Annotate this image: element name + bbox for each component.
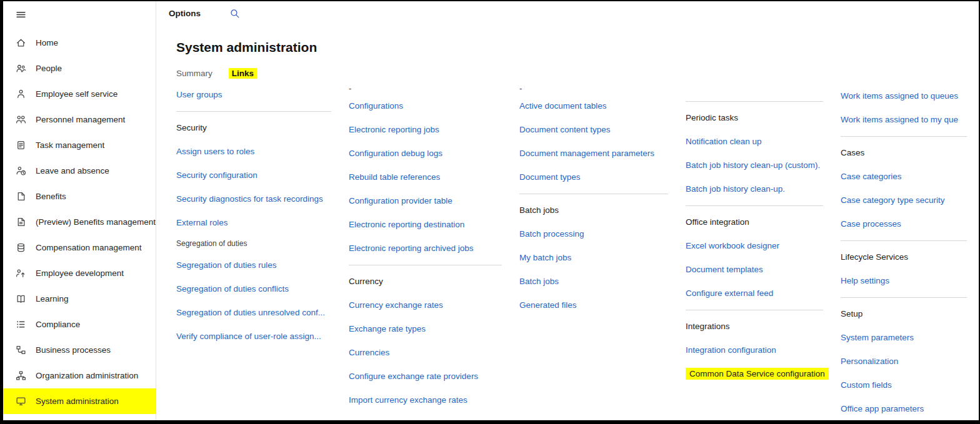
sidebar-item-label: Employee development — [36, 269, 124, 278]
link-segregation-of-duties-rules[interactable]: Segregation of duties rules — [176, 260, 277, 270]
link-electronic-reporting-jobs[interactable]: Electronic reporting jobs — [349, 125, 439, 134]
sidebar-item-label: Task management — [36, 141, 104, 150]
link-document-management-parameters[interactable]: Document management parameters — [519, 149, 654, 158]
sidebar-item-label: Personnel management — [36, 115, 125, 124]
link-row: Segregation of duties unresolved conf... — [176, 300, 349, 324]
sidebar-item-label: Organization administration — [36, 371, 138, 380]
divider — [686, 205, 823, 206]
section-header-batch-jobs: Batch jobs — [519, 198, 686, 222]
link-row: Case categories — [841, 164, 979, 188]
section-header-currency: Currency — [349, 269, 519, 293]
link-verify-compliance-of-user-role-assign[interactable]: Verify compliance of user-role assign... — [176, 332, 321, 341]
link-custom-fields[interactable]: Custom fields — [841, 380, 892, 390]
task-management-icon — [16, 140, 26, 150]
section-header-setup: Setup — [841, 302, 979, 325]
link-work-items-assigned-to-queues[interactable]: Work items assigned to queues — [841, 91, 958, 101]
sidebar-item-home[interactable]: Home — [3, 30, 156, 56]
main-panel: System administration SummaryLinks User … — [156, 25, 979, 420]
sidebar-item-employee-development[interactable]: Employee development — [3, 260, 156, 286]
divider — [841, 240, 967, 241]
compliance-icon — [16, 319, 26, 330]
sidebar-item-task-management[interactable]: Task management — [3, 132, 156, 158]
link-configure-exchange-rate-providers[interactable]: Configure exchange rate providers — [349, 372, 478, 381]
link-configure-external-feed[interactable]: Configure external feed — [686, 288, 773, 298]
sidebar-item-label: System administration — [36, 397, 119, 406]
sidebar-item-people[interactable]: People — [3, 56, 156, 81]
tab-summary[interactable]: Summary — [176, 69, 212, 78]
link-help-settings[interactable]: Help settings — [841, 276, 889, 285]
link-generated-files[interactable]: Generated files — [519, 300, 577, 310]
link-configuration-provider-table[interactable]: Configuration provider table — [349, 196, 452, 205]
link-row: Segregation of duties rules — [176, 253, 349, 277]
link-notification-clean-up[interactable]: Notification clean up — [686, 137, 762, 146]
options-button[interactable]: Options — [169, 9, 201, 18]
link-excel-workbook-designer[interactable]: Excel workbook designer — [686, 241, 779, 250]
link-row: Help settings — [841, 269, 979, 292]
sidebar-item-benefits[interactable]: Benefits — [3, 184, 156, 209]
sidebar-item-system-administration[interactable]: System administration — [3, 388, 156, 414]
link-office-app-parameters[interactable]: Office app parameters — [841, 404, 924, 413]
divider — [841, 136, 967, 137]
sidebar-item-business-processes[interactable]: Business processes — [3, 337, 156, 363]
link-electronic-reporting-destination[interactable]: Electronic reporting destination — [349, 220, 464, 229]
sidebar-item-compensation-management[interactable]: Compensation management — [3, 235, 156, 260]
sidebar-item-compliance[interactable]: Compliance — [3, 312, 156, 337]
sidebar-item-label: People — [36, 64, 62, 73]
link-electronic-reporting-archived-jobs[interactable]: Electronic reporting archived jobs — [349, 244, 474, 253]
sidebar-item-employee-self-service[interactable]: Employee self service — [3, 81, 156, 107]
sidebar-item-label: (Preview) Benefits management — [36, 217, 156, 227]
link-exchange-rate-types[interactable]: Exchange rate types — [349, 324, 426, 333]
link-common-data-service-configuration[interactable]: Common Data Service configuration — [686, 368, 829, 380]
link-row: Case processes — [841, 212, 979, 235]
link-document-templates[interactable]: Document templates — [686, 265, 763, 274]
divider — [686, 101, 823, 102]
link-external-roles[interactable]: External roles — [176, 218, 228, 227]
sidebar-item-leave-and-absence[interactable]: Leave and absence — [3, 158, 156, 184]
link-configurations[interactable]: Configurations — [349, 101, 403, 111]
link-security-diagnostics-for-task-recordings[interactable]: Security diagnostics for task recordings — [176, 194, 323, 204]
sidebar-item-preview-benefits-management[interactable]: (Preview) Benefits management — [3, 209, 156, 235]
link-row: Electronic reporting archived jobs — [349, 236, 519, 260]
link-case-categories[interactable]: Case categories — [841, 172, 902, 181]
link-case-category-type-security[interactable]: Case category type security — [841, 195, 945, 205]
sidebar-item-personnel-management[interactable]: Personnel management — [3, 107, 156, 132]
link-batch-job-history-clean-up[interactable]: Batch job history clean-up. — [686, 184, 785, 194]
sidebar-item-organization-administration[interactable]: Organization administration — [3, 363, 156, 388]
link-document-types[interactable]: Document types — [519, 172, 581, 182]
link-assign-users-to-roles[interactable]: Assign users to roles — [176, 147, 254, 156]
link-batch-jobs[interactable]: Batch jobs — [519, 277, 559, 286]
link-configuration-debug-logs[interactable]: Configuration debug logs — [349, 149, 442, 158]
link-row: Batch job history clean-up. — [686, 177, 841, 200]
link-personalization[interactable]: Personalization — [841, 357, 898, 366]
link-import-currency-exchange-rates[interactable]: Import currency exchange rates — [349, 395, 468, 405]
section-header-security: Security — [176, 116, 349, 139]
link-row: My batch jobs — [519, 245, 686, 269]
link-active-document-tables[interactable]: Active document tables — [519, 101, 607, 111]
link-batch-job-history-clean-up-custom[interactable]: Batch job history clean-up (custom). — [686, 160, 820, 170]
tab-links[interactable]: Links — [229, 68, 257, 79]
search-icon[interactable] — [229, 7, 241, 19]
links-column-2: -ConfigurationsElectronic reporting jobs… — [349, 82, 519, 412]
link-row: Batch job history clean-up (custom). — [686, 153, 841, 177]
link-integration-configuration[interactable]: Integration configuration — [686, 345, 776, 355]
sidebar-item-label: Compensation management — [36, 243, 142, 252]
link-work-items-assigned-to-my-que[interactable]: Work items assigned to my que — [841, 115, 958, 124]
sidebar-item-learning[interactable]: Learning — [3, 286, 156, 312]
link-my-batch-jobs[interactable]: My batch jobs — [519, 253, 571, 262]
link-rebuild-table-references[interactable]: Rebuild table references — [349, 172, 440, 182]
link-document-content-types[interactable]: Document content types — [519, 125, 611, 134]
link-currency-exchange-rates[interactable]: Currency exchange rates — [349, 300, 443, 310]
link-row: Segregation of duties conflicts — [176, 277, 349, 300]
link-user-groups[interactable]: User groups — [176, 90, 222, 99]
hamburger-button[interactable] — [3, 1, 156, 30]
link-row: Configuration provider table — [349, 189, 519, 212]
link-currencies[interactable]: Currencies — [349, 348, 389, 357]
link-system-parameters[interactable]: System parameters — [841, 333, 914, 342]
link-segregation-of-duties-unresolved-conf[interactable]: Segregation of duties unresolved conf... — [176, 308, 325, 317]
link-security-configuration[interactable]: Security configuration — [176, 170, 258, 180]
link-segregation-of-duties-conflicts[interactable]: Segregation of duties conflicts — [176, 284, 289, 293]
link-batch-processing[interactable]: Batch processing — [519, 229, 584, 239]
link-case-processes[interactable]: Case processes — [841, 219, 901, 229]
link-row: Electronic reporting destination — [349, 212, 519, 236]
sidebar-item-label: Leave and absence — [36, 166, 109, 175]
